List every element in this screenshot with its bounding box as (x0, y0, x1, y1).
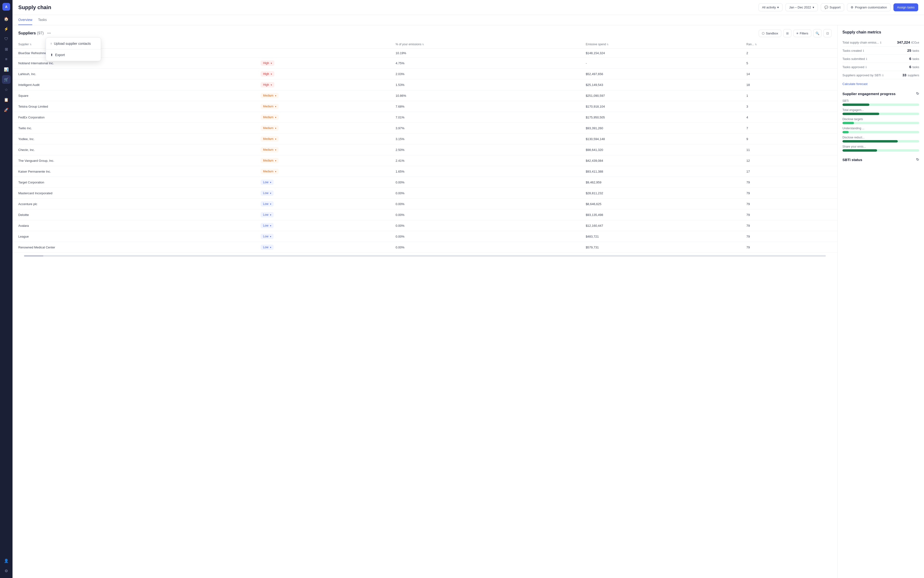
info-icon[interactable]: ℹ (863, 49, 864, 52)
supply-chain-metrics-section: Supply chain metrics Total supply chain … (843, 30, 919, 86)
filters-button[interactable]: ≡ Filters (793, 29, 811, 37)
all-activity-button[interactable]: All activity ▾ (759, 3, 783, 11)
progress-label: Understanding ... (843, 127, 919, 130)
supplier-spend: $175,950,505 (582, 112, 742, 123)
export-icon: ⬆ (50, 53, 53, 57)
filter-icon: ≡ (796, 31, 798, 35)
info-icon[interactable]: ℹ (866, 57, 867, 61)
sbti-refresh-icon[interactable]: ↻ (916, 157, 919, 162)
export-item[interactable]: ⬆ Export (46, 50, 101, 60)
supplier-name: Kaiser Permanente Inc. (13, 166, 257, 177)
settings-icon-btn[interactable]: ⊞ (783, 29, 791, 37)
more-options-button[interactable]: ··· (46, 30, 52, 37)
metric-value: 6 tasks (909, 65, 919, 69)
table-row: BlueStar Refreshme... 10.19% $148,154,32… (13, 49, 837, 58)
sidebar-icon-shield[interactable]: 🛡 (2, 35, 11, 43)
supplier-emissions: 2.41% (392, 155, 582, 166)
supplier-spend: $98,641,320 (582, 144, 742, 155)
page-title: Supply chain (18, 4, 755, 11)
support-button[interactable]: 💬 Support (821, 3, 845, 11)
table-row: The Vanguard Group, Inc. Medium ▾ 2.41% … (13, 155, 837, 166)
sidebar-icon-rocket[interactable]: 🚀 (2, 106, 11, 114)
sbti-title: SBTi status ↻ (843, 157, 919, 162)
supplier-emissions: 4.75% (392, 58, 582, 68)
layout-icon-btn[interactable]: ⊡ (823, 29, 832, 37)
supplier-rank: 7 (742, 123, 837, 134)
tab-tasks[interactable]: Tasks (38, 15, 47, 25)
sidebar-icon-user[interactable]: 👤 (2, 556, 11, 565)
engagement-title: Supplier engagement progress ↻ (843, 91, 919, 96)
calculate-forecast-link[interactable]: Calculate forecast (843, 82, 867, 86)
supplier-spend: $25,149,543 (582, 80, 742, 90)
date-range-button[interactable]: Jan – Dec 2022 ▾ (785, 3, 818, 11)
supplier-spend: $579,731 (582, 242, 742, 253)
supplier-rank: 79 (742, 209, 837, 220)
supplier-spend: $12,160,447 (582, 220, 742, 231)
supplier-rank: 14 (742, 68, 837, 80)
supplier-risk: Low ▾ (257, 231, 392, 242)
sidebar-icon-activity[interactable]: ⚡ (2, 24, 11, 33)
engagement-progress-row: Total engagem... (843, 108, 919, 115)
supplier-rank: 5 (742, 58, 837, 68)
supplier-spend: $148,154,324 (582, 49, 742, 58)
supplier-risk: Medium ▾ (257, 155, 392, 166)
metric-value: 25 tasks (907, 49, 919, 52)
supplier-risk: Medium ▾ (257, 101, 392, 112)
assign-tasks-button[interactable]: Assign tasks (893, 3, 918, 11)
search-icon-btn[interactable]: 🔍 (813, 29, 822, 37)
info-icon[interactable]: ℹ (880, 41, 882, 44)
progress-label: Total engagem... (843, 108, 919, 112)
tab-bar: Overview Tasks (13, 15, 924, 25)
sidebar-icon-supply[interactable]: 🛒 (2, 75, 11, 84)
info-icon[interactable]: ℹ (866, 65, 867, 69)
supplier-emissions: 3.15% (392, 134, 582, 144)
supplier-spend: $9,462,959 (582, 177, 742, 188)
gear-icon: ⚙ (851, 5, 854, 9)
horizontal-scrollbar[interactable] (24, 255, 826, 257)
progress-bar-background (843, 104, 919, 106)
refresh-icon[interactable]: ↻ (916, 91, 919, 96)
supplier-risk: Low ▾ (257, 220, 392, 231)
support-icon: 💬 (824, 5, 828, 9)
sidebar-icon-chart[interactable]: 📊 (2, 65, 11, 74)
progress-label: Disclose reduct... (843, 136, 919, 139)
sidebar-icon-list[interactable]: 📋 (2, 95, 11, 104)
metric-label: Tasks created ℹ (843, 49, 864, 52)
supplier-emissions: 0.00% (392, 177, 582, 188)
progress-bar-fill (843, 122, 854, 124)
supplier-rank: 2 (742, 49, 837, 58)
supplier-name: Square (13, 90, 257, 101)
progress-bar-fill (843, 140, 898, 143)
supplier-spend: $130,594,148 (582, 134, 742, 144)
sidebar-icon-layers[interactable]: ≡ (2, 55, 11, 63)
supplier-spend: $170,918,104 (582, 101, 742, 112)
program-customization-button[interactable]: ⚙ Program customization (847, 3, 890, 11)
upload-contacts-item[interactable]: ↑ Upload supplier contacts (46, 39, 101, 48)
table-row: League Low ▾ 0.00% $483,721 79 (13, 231, 837, 242)
table-row: Checkr, Inc. Medium ▾ 2.50% $98,641,320 … (13, 144, 837, 155)
chevron-down-icon: ▾ (812, 5, 814, 9)
supplier-emissions: 0.00% (392, 188, 582, 199)
sidebar-icon-settings[interactable]: ⚙ (2, 567, 11, 575)
table-row: Lahlouh, Inc. High ▾ 2.03% $52,497,656 1… (13, 68, 837, 80)
metric-value: 347,224 tCO₂e (897, 40, 919, 44)
col-emissions[interactable]: % of your emissions (392, 40, 582, 49)
table-row: Deloitte Low ▾ 0.00% $93,135,498 79 (13, 209, 837, 220)
metric-row: Suppliers approved by SBTi ℹ 33 supplier… (843, 71, 919, 79)
sidebar-icon-star[interactable]: ☆ (2, 85, 11, 94)
col-spend[interactable]: Emissive spend (582, 40, 742, 49)
table-row: Renowned Medical Center Low ▾ 0.00% $579… (13, 242, 837, 253)
table-row: Mastercard Incorporated Low ▾ 0.00% $28,… (13, 188, 837, 199)
supplier-spend: $251,090,597 (582, 90, 742, 101)
supplier-emissions: 7.68% (392, 101, 582, 112)
right-panel: Supply chain metrics Total supply chain … (837, 25, 924, 578)
dropdown-divider (46, 49, 101, 49)
supplier-rank: 79 (742, 188, 837, 199)
col-rank[interactable]: Ran... (742, 40, 837, 49)
sidebar-icon-home[interactable]: 🏠 (2, 15, 11, 23)
tab-overview[interactable]: Overview (18, 15, 32, 25)
sandbox-button[interactable]: ⬡ Sandbox (759, 29, 781, 37)
info-icon[interactable]: ℹ (882, 74, 883, 77)
table-row: FedEx Corporation Medium ▾ 7.01% $175,95… (13, 112, 837, 123)
sidebar-icon-grid[interactable]: ⊞ (2, 45, 11, 54)
